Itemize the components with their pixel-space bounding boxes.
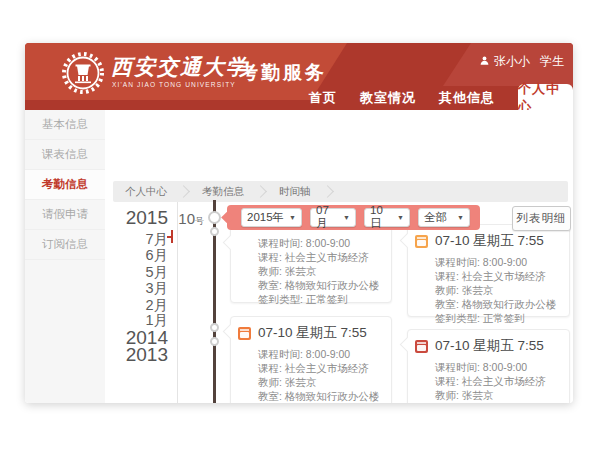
- card-field-course-time: 课程时间: 8:00-9:00: [258, 347, 381, 361]
- sidebar-item-timetable[interactable]: 课表信息: [25, 140, 105, 170]
- nav-classrooms[interactable]: 教室情况: [360, 89, 416, 107]
- app-header: 西安交通大学 XI'AN JIAO TONG UNIVERSITY 考勤服务 张…: [25, 43, 573, 110]
- timeline-node: [210, 323, 219, 332]
- card-field-course-time: 课程时间: 8:00-9:00: [258, 236, 381, 250]
- attendance-card[interactable]: 课程时间: 8:00-9:00 课程: 社会主义市场经济 教师: 张芸京 教室:…: [230, 224, 392, 303]
- day-marker-10: 10号: [178, 210, 204, 228]
- card-date-title: 07-10 星期五 7:55: [258, 324, 367, 342]
- card-field-course: 课程: 社会主义市场经济: [435, 269, 559, 283]
- card-field-classroom: 教室: 格物致知行政办公楼: [258, 389, 381, 403]
- breadcrumb-attendance[interactable]: 考勤信息: [202, 185, 244, 199]
- day-dropdown[interactable]: 10日▼: [364, 208, 410, 227]
- card-field-teacher: 教师: 张芸京: [258, 375, 381, 389]
- sidebar: 基本信息 课表信息 考勤信息 请假申请 订阅信息: [25, 110, 105, 403]
- signin-calendar-icon: [415, 235, 428, 248]
- card-field-course: 课程: 社会主义市场经济: [435, 374, 559, 388]
- attendance-card[interactable]: 07-10 星期五 7:55 课程时间: 8:00-9:00 课程: 社会主义市…: [230, 316, 392, 403]
- filter-bar: 2015年▼ 07月▼ 10日▼ 全部▼: [227, 205, 480, 230]
- absence-calendar-icon: [415, 340, 428, 353]
- list-detail-button[interactable]: 列表明细: [512, 206, 571, 231]
- attendance-card[interactable]: 07-10 星期五 7:55 课程时间: 8:00-9:00 课程: 社会主义市…: [407, 329, 570, 403]
- card-date-title: 07-10 星期五 7:55: [435, 337, 544, 355]
- breadcrumb-timeline[interactable]: 时间轴: [279, 185, 311, 199]
- chevron-right-icon: [321, 185, 334, 198]
- caret-down-icon: ▼: [343, 214, 350, 221]
- chevron-right-icon: [254, 185, 267, 198]
- month-dropdown[interactable]: 07月▼: [310, 208, 356, 227]
- attendance-card[interactable]: 07-10 星期五 7:55 课程时间: 8:00-9:00 课程: 社会主义市…: [407, 224, 570, 317]
- caret-down-icon: ▼: [397, 214, 404, 221]
- main-nav: 首页 教室情况 其他信息 个人中心: [309, 86, 573, 110]
- sidebar-item-attendance-active[interactable]: 考勤信息: [25, 170, 105, 200]
- user-role: 学生: [540, 53, 564, 70]
- timeline-node: [210, 337, 219, 346]
- timeline-node: [208, 211, 221, 224]
- card-field-teacher: 教师: 张芸京: [258, 264, 381, 278]
- card-field-course-time: 课程时间: 8:00-9:00: [435, 360, 559, 374]
- caret-down-icon: ▼: [457, 214, 464, 221]
- card-field-course: 课程: 社会主义市场经济: [258, 250, 381, 264]
- card-field-course: 课程: 社会主义市场经济: [258, 361, 381, 375]
- timeline-node: [210, 227, 219, 236]
- card-field-classroom: 教室: 格物致知行政办公楼: [435, 402, 559, 403]
- breadcrumb: 个人中心 考勤信息 时间轴: [113, 181, 568, 202]
- card-field-teacher: 教师: 张芸京: [435, 388, 559, 402]
- card-field-signin-type: 签到类型: 正常签到: [435, 311, 559, 325]
- card-field-teacher: 教师: 张芸京: [435, 283, 559, 297]
- user-icon: [479, 55, 490, 69]
- app-title: 考勤服务: [239, 60, 327, 86]
- type-dropdown[interactable]: 全部▼: [418, 208, 470, 227]
- chevron-right-icon: [177, 185, 190, 198]
- nav-home[interactable]: 首页: [309, 89, 337, 107]
- card-field-classroom: 教室: 格物致知行政办公楼: [435, 297, 559, 311]
- app-window: 西安交通大学 XI'AN JIAO TONG UNIVERSITY 考勤服务 张…: [25, 43, 573, 403]
- card-field-course-time: 课程时间: 8:00-9:00: [435, 255, 559, 269]
- app-body: 基本信息 课表信息 考勤信息 请假申请 订阅信息 个人中心 考勤信息 时间轴 2…: [25, 110, 573, 403]
- breadcrumb-personal-center[interactable]: 个人中心: [125, 185, 167, 199]
- nav-personal-center-active[interactable]: 个人中心: [518, 84, 573, 112]
- page: 西安交通大学 XI'AN JIAO TONG UNIVERSITY 考勤服务 张…: [0, 0, 600, 450]
- sidebar-item-leave-request[interactable]: 请假申请: [25, 200, 105, 230]
- selected-month-tick: [171, 230, 173, 243]
- nav-other-info[interactable]: 其他信息: [439, 89, 495, 107]
- scale-separator: [177, 202, 178, 403]
- university-name-en: XI'AN JIAO TONG UNIVERSITY: [112, 81, 236, 88]
- user-info[interactable]: 张小小 学生: [479, 53, 564, 70]
- sidebar-item-subscription[interactable]: 订阅信息: [25, 230, 105, 260]
- university-name-cn: 西安交通大学: [111, 53, 249, 81]
- university-logo-icon: [61, 51, 105, 95]
- signin-calendar-icon: [238, 327, 251, 340]
- scale-year-2013[interactable]: 2013: [108, 344, 168, 366]
- card-field-classroom: 教室: 格物致知行政办公楼: [258, 278, 381, 292]
- year-dropdown[interactable]: 2015年▼: [241, 208, 302, 227]
- user-name: 张小小: [494, 53, 530, 70]
- card-field-signin-type: 签到类型: 正常签到: [258, 292, 381, 306]
- sidebar-item-basic-info[interactable]: 基本信息: [25, 110, 105, 140]
- card-date-title: 07-10 星期五 7:55: [435, 232, 544, 250]
- scale-year-2015[interactable]: 2015: [108, 207, 168, 229]
- caret-down-icon: ▼: [289, 214, 296, 221]
